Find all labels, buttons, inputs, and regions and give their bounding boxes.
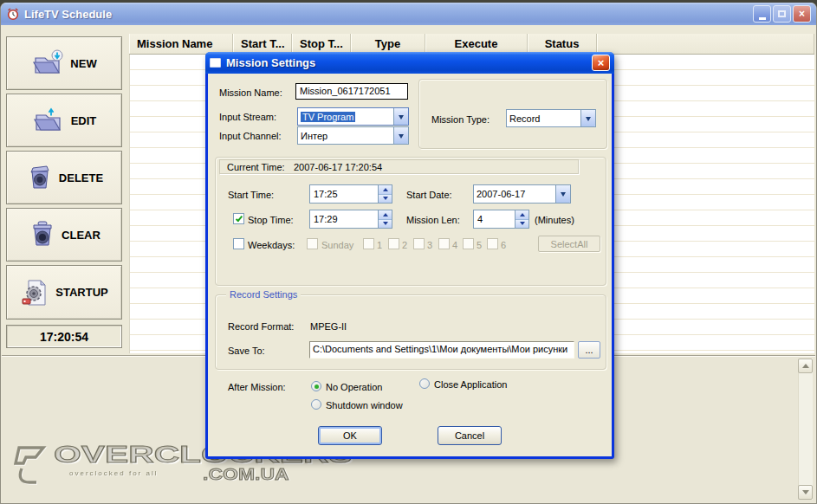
startup-button-label: STARTUP	[55, 286, 107, 299]
chevron-down-icon	[802, 490, 809, 498]
no-operation-label: No Operation	[326, 382, 382, 392]
column-type[interactable]: Type	[351, 34, 425, 54]
start-time-spinner[interactable]: 17:25	[309, 184, 392, 204]
column-mission-name[interactable]: Mission Name	[129, 34, 233, 54]
spin-up-button[interactable]	[515, 210, 528, 219]
new-button[interactable]: NEW	[6, 36, 122, 90]
edit-button-label: EDIT	[71, 114, 97, 127]
weekday-5-checkbox[interactable]	[463, 238, 474, 249]
mission-type-combo[interactable]: Record	[506, 109, 596, 127]
spin-down-button[interactable]	[379, 219, 392, 229]
input-channel-value: Интер	[298, 127, 393, 144]
column-execute[interactable]: Execute	[425, 34, 528, 54]
close-application-radio[interactable]	[419, 378, 430, 389]
scroll-up-button[interactable]	[798, 359, 813, 373]
mission-len-label: Mission Len:	[406, 215, 460, 225]
start-date-value: 2007-06-17	[474, 185, 555, 203]
start-date-combo[interactable]: 2007-06-17	[473, 184, 571, 204]
spin-down-button[interactable]	[379, 194, 392, 204]
scroll-down-button[interactable]	[798, 485, 813, 500]
spin-up-button[interactable]	[379, 210, 392, 219]
close-application-label: Close Application	[434, 379, 507, 390]
shutdown-window-radio[interactable]	[311, 399, 321, 410]
titlebar: LifeTV Schedule ×	[1, 3, 816, 25]
maximize-icon	[778, 10, 786, 17]
minimize-icon	[759, 17, 766, 20]
cancel-button[interactable]: Cancel	[438, 426, 502, 445]
chevron-down-icon	[586, 117, 591, 124]
maximize-button[interactable]	[773, 5, 791, 23]
trash-bin-lens-icon	[28, 221, 57, 249]
weekday-4-label: 4	[452, 240, 457, 250]
spin-down-button[interactable]	[515, 219, 528, 229]
chevron-up-icon	[520, 210, 525, 216]
chevron-up-icon	[802, 360, 809, 368]
minimize-button[interactable]	[753, 5, 771, 23]
save-to-label: Save To:	[228, 346, 265, 356]
chevron-down-icon	[399, 134, 404, 141]
chevron-down-icon	[520, 222, 525, 228]
weekday-6-checkbox[interactable]	[487, 238, 498, 249]
input-stream-combo[interactable]: TV Program	[297, 107, 409, 126]
column-start-time[interactable]: Start T...	[233, 34, 292, 54]
shutdown-window-label: Shutdown window	[326, 400, 403, 410]
stop-time-spinner[interactable]: 17:29	[309, 210, 392, 229]
after-mission-label: After Mission:	[228, 382, 286, 392]
mission-len-spin-buttons[interactable]	[515, 210, 528, 228]
dialog-close-button[interactable]: ×	[592, 55, 610, 71]
chevron-up-icon	[383, 210, 388, 216]
start-date-dropdown-button[interactable]	[555, 185, 570, 203]
input-stream-dropdown-button[interactable]	[393, 108, 408, 125]
column-stop-time[interactable]: Stop T...	[292, 34, 351, 54]
browse-button[interactable]: ...	[578, 341, 600, 359]
weekday-2-checkbox[interactable]	[388, 238, 399, 249]
record-format-label: Record Format:	[228, 321, 294, 332]
current-time-label: Current Time:	[227, 162, 285, 172]
mission-name-input[interactable]: Mission_0617172051	[295, 83, 408, 100]
spin-up-button[interactable]	[379, 185, 392, 194]
stop-time-checkbox[interactable]	[233, 213, 244, 224]
weekday-4-checkbox[interactable]	[438, 238, 450, 249]
column-status[interactable]: Status	[528, 34, 597, 54]
start-time-spin-buttons[interactable]	[378, 185, 392, 203]
mission-type-value: Record	[507, 110, 580, 126]
clear-button[interactable]: CLEAR	[6, 208, 122, 262]
vertical-scrollbar[interactable]	[798, 359, 813, 500]
dialog-app-icon	[210, 58, 221, 68]
input-stream-label: Input Stream:	[219, 112, 276, 122]
ok-button[interactable]: OK	[318, 426, 382, 445]
stop-time-spin-buttons[interactable]	[378, 210, 392, 228]
save-to-field[interactable]: C:\Documents and Settings\1\Мои документ…	[309, 341, 574, 359]
gear-document-icon	[20, 279, 51, 307]
weekday-2-label: 2	[402, 240, 407, 250]
mission-settings-dialog: Mission Settings × Mission Name: Mission…	[205, 52, 614, 459]
record-format-value: MPEG-II	[310, 321, 347, 332]
stop-time-label: Stop Time:	[248, 215, 294, 225]
chevron-down-icon	[383, 197, 388, 203]
current-time-value: 2007-06-17 17:20:54	[294, 162, 382, 172]
weekday-3-checkbox[interactable]	[413, 238, 425, 249]
weekday-sunday-label: Sunday	[321, 240, 353, 250]
input-channel-combo[interactable]: Интер	[297, 126, 409, 145]
stop-time-value: 17:29	[310, 210, 378, 228]
edit-button[interactable]: EDIT	[6, 94, 122, 147]
close-button[interactable]: ×	[793, 5, 811, 23]
weekday-1-checkbox[interactable]	[363, 238, 374, 249]
radio-dot-icon	[314, 384, 319, 389]
delete-button[interactable]: DELETE	[6, 151, 122, 204]
selectall-button[interactable]: SelectAll	[538, 236, 600, 252]
input-channel-dropdown-button[interactable]	[393, 127, 408, 144]
mission-type-dropdown-button[interactable]	[580, 110, 595, 126]
screen: LifeTV Schedule × NEW	[0, 0, 817, 504]
weekday-sunday-checkbox[interactable]	[307, 238, 318, 249]
mission-type-label: Mission Type:	[431, 114, 490, 125]
mission-len-spinner[interactable]: 4	[473, 210, 529, 229]
weekdays-checkbox[interactable]	[233, 238, 244, 249]
weekday-6-label: 6	[501, 240, 506, 250]
folder-arrow-up-icon	[32, 107, 67, 134]
no-operation-radio[interactable]	[311, 381, 321, 391]
chevron-down-icon	[383, 222, 388, 228]
start-date-label: Start Date:	[406, 190, 452, 200]
startup-button[interactable]: STARTUP	[6, 265, 122, 320]
start-time-label: Start Time:	[228, 190, 274, 200]
